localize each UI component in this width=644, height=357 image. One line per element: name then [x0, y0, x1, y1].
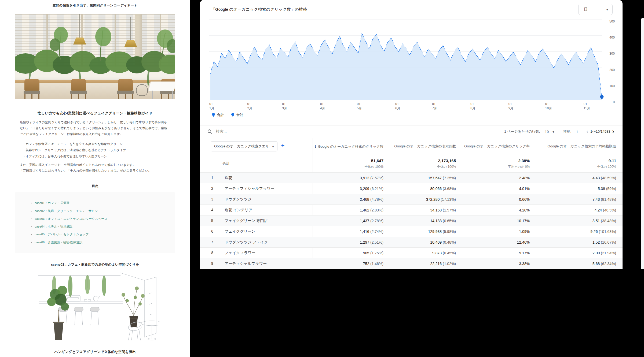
search-icon — [207, 129, 212, 134]
dimension-selector[interactable]: Google のオーガニック検索クエリ ▾ — [211, 141, 277, 151]
hero-image — [15, 14, 175, 99]
clicks-trend-chart: 0100200300400500011月012月013月014月015月016月… — [200, 16, 623, 113]
position-pct: (81.48%) — [601, 197, 616, 202]
position-value: 5.68 — [592, 262, 600, 266]
clicks-value: 752 — [363, 262, 369, 266]
goto-page-value[interactable]: 1 — [576, 130, 578, 134]
add-dimension-button[interactable]: + — [281, 142, 284, 148]
table-row: 2アーティフィシャルフラワー 3,209 (6.21%) 80,066 (3.6… — [200, 183, 623, 194]
bullet-item: ・カフェや飲食店には、メニューを引き立てる爽やかな印象のグリーン — [23, 141, 167, 147]
search-input[interactable]: 検索... — [207, 129, 504, 134]
table-row: 8フェイクフラワー 905 (1.75%) 9,873 (0.45%) 9.17… — [200, 247, 623, 258]
table-row: 7ドウダンツツジ フェイク 1,297 (2.51%) 10,409 (0.48… — [200, 237, 623, 247]
ctr-value: 2.48% — [519, 176, 530, 180]
section-paragraph: また、実際の導入イメージや、空間演出のポイントもあわせて解説していきます。 「雰… — [20, 162, 170, 174]
white-table — [148, 81, 175, 91]
column-header-impressions[interactable]: Google のオーガニック検索の表示回数 — [388, 144, 460, 149]
svg-text:1月: 1月 — [209, 106, 214, 110]
row-number: 6 — [211, 229, 217, 233]
impressions-pct: (1.57%) — [443, 208, 456, 212]
table-total-row: 合計 51,647全体の 100% 2,173,165全体の 100% 2.38… — [200, 155, 623, 172]
table-row: 3ドウダンツツジ 2,468 (4.78%) 372,280 (17.13%) … — [200, 194, 623, 204]
position-value: 2.00 — [592, 251, 600, 255]
pagination-range: 1〜10/14583 — [590, 129, 610, 134]
impressions-pct: (0.45%) — [443, 251, 456, 255]
clicks-pct: (4.78%) — [370, 197, 383, 202]
toc-item: case03：オフィス・エントランスのワークスペース — [31, 215, 175, 223]
row-number: 5 — [211, 218, 217, 223]
svg-text:01: 01 — [357, 102, 361, 106]
toc-link[interactable]: case02：美容・クリニック・エステ・サロン — [35, 209, 98, 213]
impressions-value: 10,409 — [430, 240, 442, 244]
clicks-pct: (7.57%) — [370, 176, 383, 180]
rows-per-page-label: 1 ページあたりの行数: — [504, 129, 540, 134]
toc-link[interactable]: case01：カフェ・居酒屋 — [35, 201, 69, 204]
svg-text:3月: 3月 — [282, 106, 287, 110]
table-row: 5フェイクグリーン 専門店 1,437 (2.78%) 14,133 (0.65… — [200, 215, 623, 226]
clicks-pct: (2.51%) — [370, 240, 383, 244]
chevron-down-icon: ▾ — [272, 144, 274, 148]
ctr-value: 0.66% — [519, 197, 530, 202]
total-ctr: 2.38% — [460, 158, 530, 163]
svg-text:9月: 9月 — [508, 106, 514, 110]
impressions-value: 9,873 — [432, 251, 442, 255]
scene-heading: scene01：カフェ・飲食店での居心地のよい空間づくりを — [0, 262, 190, 267]
svg-text:01: 01 — [432, 102, 436, 106]
pin-icon — [231, 113, 235, 117]
period-dropdown[interactable]: 日 ▾ — [578, 4, 613, 15]
analytics-card: 「Google のオーガニック検索のクリック数」の推移 日 ▾ 01002003… — [200, 0, 623, 269]
clicks-pct: (1.75%) — [370, 251, 383, 255]
clicks-pct: (2.74%) — [370, 229, 383, 234]
chevron-down-icon[interactable]: ▾ — [552, 130, 554, 134]
toc-link[interactable]: case05：アパレル・セレクトショップ — [35, 233, 89, 236]
table-row: 1造花 3,912 (7.57%) 157,647 (7.25%) 2.48% … — [200, 172, 623, 183]
row-number: 1 — [211, 176, 217, 180]
table-leg — [172, 91, 173, 99]
prev-page-icon[interactable]: ‹ — [584, 128, 590, 135]
dimension-selector-label: Google のオーガニック検索クエリ — [214, 144, 269, 149]
query-text: ドウダンツツジ フェイク — [225, 240, 268, 244]
query-text: アーティフィシャルフラワー — [225, 186, 275, 191]
pin-icon — [212, 113, 215, 117]
ctr-value: 4.28% — [519, 208, 530, 212]
wooden-chair — [118, 79, 133, 99]
period-dropdown-value: 日 — [584, 7, 588, 12]
position-pct: (46.5%) — [603, 208, 616, 212]
row-number: 2 — [211, 186, 217, 191]
table-toolbar: 検索... 1 ページあたりの行数: 10 ▾ 移動: 1 ‹ 1〜10/145… — [200, 125, 623, 138]
next-page-icon[interactable]: › — [610, 128, 616, 135]
chart-legend: 合計 合計 — [212, 113, 243, 117]
bullet-list: ・カフェや飲食店には、メニューを引き立てる爽やかな印象のグリーン ・美容サロン・… — [23, 141, 167, 159]
toc-link[interactable]: case06：介護施設・福祉/医療施設 — [35, 241, 82, 244]
adjacent-panel-edge — [641, 18, 644, 269]
clicks-value: 1,437 — [360, 219, 369, 223]
table-leg — [152, 91, 153, 99]
rows-per-page-value[interactable]: 10 — [545, 130, 548, 134]
pendant-lamp — [124, 17, 137, 47]
table-row: 6フェイクグリーン 1,416 (2.74%) 129,938 (5.98%) … — [200, 226, 623, 237]
toc-link[interactable]: case04：ホテル・宿泊施設 — [35, 225, 72, 228]
column-header-position[interactable]: Google のオーガニック検索の平均掲載順位 — [534, 144, 623, 149]
column-header-clicks[interactable]: ↓Google のオーガニック検索のクリック数 — [313, 144, 388, 149]
position-value: 5.38 — [598, 187, 605, 191]
svg-text:300: 300 — [609, 52, 615, 55]
impressions-value: 80,066 — [430, 187, 442, 191]
toc-link[interactable]: case03：オフィス・エントランスのワークスペース — [35, 217, 107, 220]
toc-box: case01：カフェ・居酒屋 case02：美容・クリニック・エステ・サロン c… — [15, 192, 175, 253]
browser-page-preview: 空間の個性を引き出す、業態別グリーンコーディネート — [0, 0, 190, 357]
impressions-pct: (0.48%) — [443, 240, 456, 244]
query-text: アーティシャルフラワー — [225, 261, 267, 266]
row-number: 8 — [211, 251, 217, 255]
svg-text:2月: 2月 — [247, 106, 253, 110]
svg-text:400: 400 — [609, 36, 615, 39]
search-placeholder: 検索... — [216, 129, 227, 134]
position-value: 4.24 — [595, 208, 602, 212]
clicks-value: 3,209 — [360, 187, 369, 191]
wire-chair — [136, 84, 148, 96]
position-value: 7.43 — [592, 197, 600, 202]
interior-illustration — [31, 270, 159, 344]
clicks-pct: (6.21%) — [370, 187, 383, 191]
column-header-ctr[interactable]: Google のオーガニック検索のクリック率 — [460, 144, 534, 149]
impressions-pct: (17.13%) — [441, 197, 456, 202]
clicks-pct: (2.78%) — [370, 219, 383, 223]
